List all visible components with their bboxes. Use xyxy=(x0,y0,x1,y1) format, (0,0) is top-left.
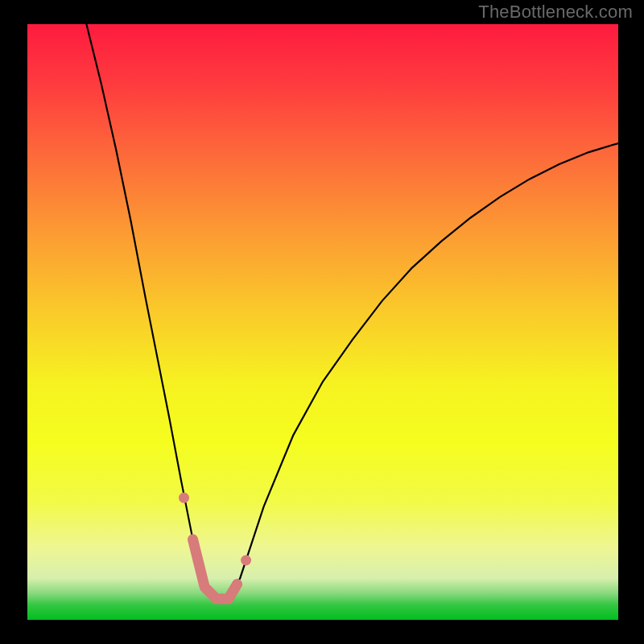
plot-area xyxy=(27,24,618,620)
valley-dot xyxy=(241,555,251,566)
outer-frame: TheBottleneck.com xyxy=(0,0,644,644)
watermark-text: TheBottleneck.com xyxy=(478,2,633,23)
curve-layer xyxy=(27,24,618,620)
valley-highlight-stroke xyxy=(193,539,237,599)
bottleneck-curve xyxy=(86,24,618,599)
valley-highlight-dots xyxy=(179,493,251,566)
valley-dot xyxy=(179,493,189,503)
